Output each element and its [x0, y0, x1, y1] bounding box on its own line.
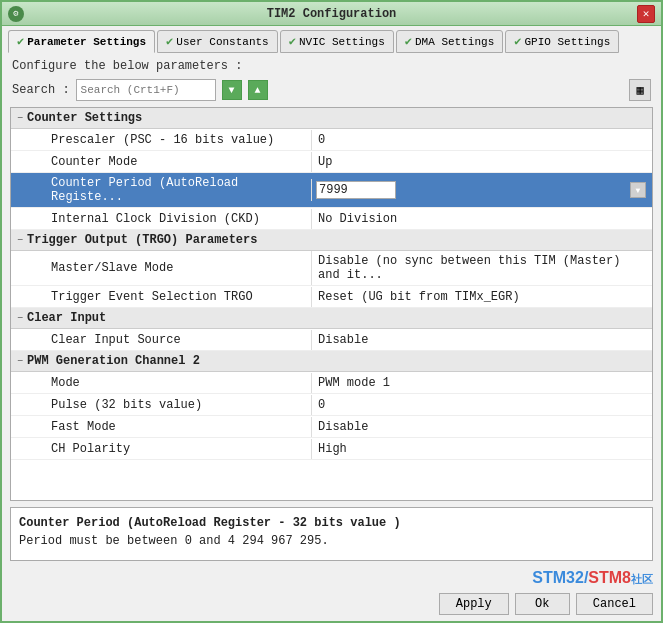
table-row: Fast Mode Disable	[11, 416, 652, 438]
section-clear-input: − Clear Input	[11, 308, 652, 329]
info-panel: Counter Period (AutoReload Register - 32…	[10, 507, 653, 561]
section-title: Counter Settings	[27, 111, 142, 125]
apply-button[interactable]: Apply	[439, 593, 509, 615]
param-name: Pulse (32 bits value)	[11, 395, 311, 415]
tab-user-constants[interactable]: ✔ User Constants	[157, 30, 278, 53]
param-value: Reset (UG bit from TIMx_EGR)	[311, 287, 652, 307]
value-input-container: ▼	[311, 179, 652, 201]
param-name: Counter Mode	[11, 152, 311, 172]
table-row-selected[interactable]: Counter Period (AutoReload Registe... ▼	[11, 173, 652, 208]
section-toggle-icon[interactable]: −	[17, 356, 23, 367]
main-window: ⚙ TIM2 Configuration ✕ ✔ Parameter Setti…	[0, 0, 663, 623]
tab-check-icon: ✔	[17, 34, 24, 49]
param-value: PWM mode 1	[311, 373, 652, 393]
info-line2: Period must be between 0 and 4 294 967 2…	[19, 532, 644, 550]
param-value: Disable	[311, 417, 652, 437]
table-row: Pulse (32 bits value) 0	[11, 394, 652, 416]
tabs-container: ✔ Parameter Settings ✔ User Constants ✔ …	[2, 26, 661, 53]
param-name: Clear Input Source	[11, 330, 311, 350]
table-row: Counter Mode Up	[11, 151, 652, 173]
parameter-table: − Counter Settings Prescaler (PSC - 16 b…	[10, 107, 653, 501]
param-value: Disable	[311, 330, 652, 350]
tab-check-icon: ✔	[405, 34, 412, 49]
watermark-stm8: STM8	[588, 569, 631, 586]
app-icon: ⚙	[8, 6, 24, 22]
ok-button[interactable]: Ok	[515, 593, 570, 615]
param-value: Disable (no sync between this TIM (Maste…	[311, 251, 652, 285]
section-title: Trigger Output (TRGO) Parameters	[27, 233, 257, 247]
info-line1: Counter Period (AutoReload Register - 32…	[19, 514, 644, 532]
search-up-button[interactable]: ▲	[248, 80, 268, 100]
tab-label: User Constants	[176, 36, 268, 48]
close-button[interactable]: ✕	[637, 5, 655, 23]
table-row: Mode PWM mode 1	[11, 372, 652, 394]
tab-label: DMA Settings	[415, 36, 494, 48]
section-title: PWM Generation Channel 2	[27, 354, 200, 368]
title-bar: ⚙ TIM2 Configuration ✕	[2, 2, 661, 26]
section-toggle-icon[interactable]: −	[17, 235, 23, 246]
watermark-community: 社区	[631, 573, 653, 585]
param-name: Trigger Event Selection TRGO	[11, 287, 311, 307]
param-value: 0	[311, 130, 652, 150]
param-name: Mode	[11, 373, 311, 393]
search-row: Search : ▼ ▲ ▦	[2, 77, 661, 107]
section-toggle-icon[interactable]: −	[17, 313, 23, 324]
param-name: Prescaler (PSC - 16 bits value)	[11, 130, 311, 150]
title-bar-left: ⚙	[8, 6, 24, 22]
watermark: STM32/STM8社区	[2, 567, 661, 589]
param-name: Fast Mode	[11, 417, 311, 437]
param-value: No Division	[311, 209, 652, 229]
search-input[interactable]	[76, 79, 216, 101]
window-title: TIM2 Configuration	[267, 7, 397, 21]
search-label: Search :	[12, 83, 70, 97]
param-value: 0	[311, 395, 652, 415]
section-trigger-output: − Trigger Output (TRGO) Parameters	[11, 230, 652, 251]
section-toggle-icon[interactable]: −	[17, 113, 23, 124]
grid-view-button[interactable]: ▦	[629, 79, 651, 101]
bottom-buttons: Apply Ok Cancel	[2, 589, 661, 621]
tab-label: Parameter Settings	[27, 36, 146, 48]
tab-gpio-settings[interactable]: ✔ GPIO Settings	[505, 30, 619, 53]
table-row: Internal Clock Division (CKD) No Divisio…	[11, 208, 652, 230]
table-row: Clear Input Source Disable	[11, 329, 652, 351]
configure-label: Configure the below parameters :	[2, 53, 661, 77]
watermark-stm32: STM32	[532, 569, 584, 586]
param-name: Internal Clock Division (CKD)	[11, 209, 311, 229]
tab-nvic-settings[interactable]: ✔ NVIC Settings	[280, 30, 394, 53]
param-value: Up	[311, 152, 652, 172]
table-row: Trigger Event Selection TRGO Reset (UG b…	[11, 286, 652, 308]
table-row: CH Polarity High	[11, 438, 652, 460]
section-counter-settings: − Counter Settings	[11, 108, 652, 129]
section-pwm-generation: − PWM Generation Channel 2	[11, 351, 652, 372]
table-row: Prescaler (PSC - 16 bits value) 0	[11, 129, 652, 151]
param-value: High	[311, 439, 652, 459]
tab-label: GPIO Settings	[524, 36, 610, 48]
param-name: CH Polarity	[11, 439, 311, 459]
tab-dma-settings[interactable]: ✔ DMA Settings	[396, 30, 503, 53]
counter-period-input[interactable]	[316, 181, 396, 199]
param-name: Counter Period (AutoReload Registe...	[11, 173, 311, 207]
table-row: Master/Slave Mode Disable (no sync betwe…	[11, 251, 652, 286]
cancel-button[interactable]: Cancel	[576, 593, 653, 615]
dropdown-arrow-icon[interactable]: ▼	[630, 182, 646, 198]
section-title: Clear Input	[27, 311, 106, 325]
tab-check-icon: ✔	[166, 34, 173, 49]
tab-label: NVIC Settings	[299, 36, 385, 48]
param-name: Master/Slave Mode	[11, 258, 311, 278]
search-down-button[interactable]: ▼	[222, 80, 242, 100]
tab-parameter-settings[interactable]: ✔ Parameter Settings	[8, 30, 155, 53]
tab-check-icon: ✔	[289, 34, 296, 49]
tab-check-icon: ✔	[514, 34, 521, 49]
